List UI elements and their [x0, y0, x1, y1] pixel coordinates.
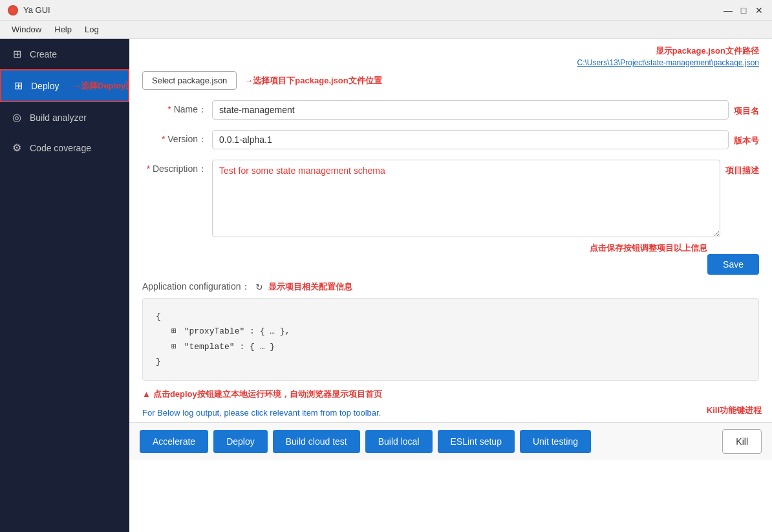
sidebar-label-build-analyzer: Build analyzer [30, 112, 87, 123]
menu-bar: Window Help Log [0, 21, 772, 39]
code-line-3: ⊞ "template" : { … } [156, 339, 745, 354]
description-row: * Description： Test for some state manag… [142, 160, 759, 237]
code-line-2: ⊞ "proxyTable" : { … }, [156, 324, 745, 339]
name-input[interactable] [212, 100, 729, 120]
sidebar: ⊞ Create ⊞ Deploy →选择Deploy面板 ◎ Build an… [0, 39, 129, 532]
version-row: * Version： 版本号 [142, 130, 759, 149]
content-area: 显示package.json文件路径 C:\Users\13\Project\s… [129, 39, 772, 532]
config-header: Application configuration： ↻ 显示项目相关配置信息 [142, 281, 759, 293]
create-icon: ⊞ [10, 48, 23, 60]
sidebar-label-create: Create [30, 49, 57, 59]
description-label: * Description： [142, 160, 207, 175]
select-package-annotation: →选择项目下package.json文件位置 [244, 75, 381, 87]
kill-annotation: Kill功能键进程 [707, 405, 762, 416]
unit-testing-button[interactable]: Unit testing [520, 430, 591, 453]
build-analyzer-icon: ◎ [10, 111, 23, 123]
expand-icon-2[interactable]: ⊞ [171, 342, 177, 352]
refresh-icon[interactable]: ↻ [255, 282, 263, 292]
config-annotation: 显示项目相关配置信息 [268, 281, 352, 293]
name-row: * Name： 项目名 [142, 100, 759, 120]
sidebar-item-code-coverage[interactable]: ⚙ Code coverage [0, 133, 129, 163]
package-row: Select package.json →选择项目下package.json文件… [142, 71, 759, 90]
window-controls: — □ ✕ [723, 5, 764, 16]
sidebar-item-create[interactable]: ⊞ Create [0, 39, 129, 69]
main-layout: ⊞ Create ⊞ Deploy →选择Deploy面板 ◎ Build an… [0, 39, 772, 532]
sidebar-item-build-analyzer[interactable]: ◎ Build analyzer [0, 102, 129, 133]
expand-icon-1[interactable]: ⊞ [171, 326, 177, 336]
app-title: Ya GUI [23, 5, 723, 15]
build-local-button[interactable]: Build local [365, 430, 433, 453]
app-icon [8, 5, 18, 16]
log-bar-text: For Below log output, please click relev… [142, 408, 381, 418]
description-annotation: 项目描述 [725, 160, 759, 176]
code-coverage-icon: ⚙ [10, 142, 23, 154]
kill-button[interactable]: Kill [722, 429, 762, 454]
menu-window[interactable]: Window [5, 22, 48, 37]
sidebar-item-deploy[interactable]: ⊞ Deploy →选择Deploy面板 [0, 69, 129, 102]
code-line-1: { [156, 309, 745, 324]
maximize-button[interactable]: □ [738, 5, 749, 16]
version-annotation: 版本号 [734, 130, 759, 147]
sidebar-label-deploy: Deploy [31, 81, 59, 91]
close-button[interactable]: ✕ [754, 5, 764, 16]
name-annotation: 项目名 [734, 100, 759, 117]
eslint-setup-button[interactable]: ESLint setup [438, 430, 515, 453]
menu-help[interactable]: Help [48, 22, 78, 37]
build-cloud-test-button[interactable]: Build cloud test [273, 430, 360, 453]
description-textarea[interactable]: Test for some state management schema [212, 160, 720, 237]
config-section: Application configuration： ↻ 显示项目相关配置信息 … [129, 281, 772, 386]
code-line-4: } [156, 354, 745, 369]
menu-log[interactable]: Log [78, 22, 105, 37]
bottom-toolbar: Kill功能键进程 Accelerate Deploy Build cloud … [129, 422, 772, 460]
minimize-button[interactable]: — [723, 5, 733, 16]
log-bar: For Below log output, please click relev… [129, 403, 772, 422]
accelerate-button[interactable]: Accelerate [140, 430, 208, 453]
config-label: Application configuration： [142, 281, 250, 293]
deploy-icon: ⊞ [12, 80, 25, 92]
select-package-button[interactable]: Select package.json [142, 71, 237, 90]
version-input[interactable] [212, 130, 729, 149]
deploy-hint-text: 点击deploy按钮建立本地运行环境，自动浏览器显示项目首页 [153, 388, 382, 400]
title-bar: Ya GUI — □ ✕ [0, 0, 772, 21]
sidebar-label-code-coverage: Code coverage [30, 143, 91, 153]
version-label: * Version： [142, 130, 207, 145]
deploy-annotation-bar: ▲ 点击deploy按钮建立本地运行环境，自动浏览器显示项目首页 [129, 386, 772, 403]
deploy-button[interactable]: Deploy [213, 430, 268, 453]
deploy-hint-arrow: ▲ [142, 389, 151, 399]
top-section: Select package.json →选择项目下package.json文件… [129, 39, 772, 254]
config-code-block: { ⊞ "proxyTable" : { … }, ⊞ "template" :… [142, 298, 759, 381]
save-row: 点击保存按钮调整项目以上信息 Save [129, 254, 772, 281]
save-annotation: 点击保存按钮调整项目以上信息 [590, 242, 707, 254]
save-button[interactable]: Save [707, 254, 759, 275]
name-label: * Name： [142, 100, 207, 116]
